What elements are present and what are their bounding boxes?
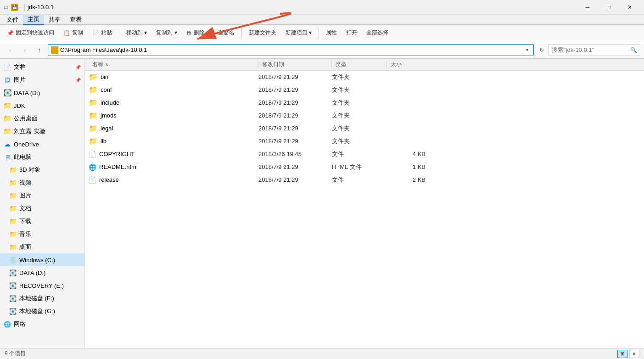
- list-view-button[interactable]: ≡: [629, 350, 639, 358]
- sidebar-item-datad[interactable]: 💽 DATA (D:): [0, 86, 84, 99]
- sidebar-item-liulijia[interactable]: 📁 刘立嘉 实验: [0, 125, 84, 138]
- ribbon-copyto-btn[interactable]: 复制到 ▾: [152, 27, 181, 39]
- close-button[interactable]: ✕: [619, 0, 640, 15]
- address-bar[interactable]: C:\Program Files\Java\jdk-10.0.1 ▾: [48, 44, 534, 56]
- refresh-button[interactable]: ↻: [536, 44, 547, 56]
- ribbon-open-btn[interactable]: 打开: [342, 27, 361, 39]
- sidebar-label: 公用桌面: [14, 114, 38, 123]
- search-bar[interactable]: 🔍: [549, 44, 640, 56]
- menu-view[interactable]: 查看: [65, 15, 86, 25]
- file-name-cell: 📄 release: [89, 176, 258, 184]
- search-button[interactable]: 🔍: [630, 47, 637, 53]
- table-row[interactable]: 🌐 README.html 2018/7/9 21:29 HTML 文件 1 K…: [85, 161, 644, 174]
- sidebar-item-documents2[interactable]: 📁 文档: [0, 202, 84, 215]
- col-size-header[interactable]: 大小: [387, 61, 433, 68]
- file-name-cell: 📁 lib: [89, 137, 258, 146]
- sidebar-item-video[interactable]: 📁 视频: [0, 176, 84, 189]
- sidebar-label: 图片: [19, 191, 31, 200]
- sidebar-item-windowsc[interactable]: 💿 Windows (C:): [0, 253, 84, 266]
- onedrive-icon: ☁: [4, 140, 11, 148]
- ribbon-rename-btn[interactable]: 重命名: [214, 27, 239, 39]
- file-name: lib: [101, 138, 106, 145]
- address-text: C:\Program Files\Java\jdk-10.0.1: [60, 46, 521, 53]
- sidebar-label: 视频: [19, 179, 31, 187]
- sidebar-item-3dobjects[interactable]: 📁 3D 对象: [0, 163, 84, 176]
- file-type-cell: 文件夹: [332, 112, 387, 120]
- drive-icon: 💽: [9, 269, 17, 276]
- col-date-header[interactable]: 修改日期: [258, 61, 332, 68]
- sidebar-item-music[interactable]: 📁 音乐: [0, 228, 84, 241]
- menu-home[interactable]: 主页: [23, 14, 44, 25]
- ribbon-properties-btn[interactable]: 属性: [322, 27, 341, 39]
- sidebar-item-datad2[interactable]: 💽 DATA (D:): [0, 266, 84, 279]
- sidebar-item-recoverye[interactable]: 💽 RECOVERY (E:): [0, 279, 84, 292]
- ribbon-delete-btn[interactable]: 🗑 删除 ▾: [182, 27, 213, 39]
- ribbon-newfolder-btn[interactable]: 新建文件夹: [245, 27, 280, 39]
- column-headers: 名称 ∧ 修改日期 类型 大小: [85, 59, 644, 71]
- title-bar-controls: ─ □ ✕: [577, 0, 640, 15]
- maximize-button[interactable]: □: [598, 0, 619, 15]
- sidebar-item-jdk[interactable]: 📁 JDK: [0, 99, 84, 112]
- ribbon-copy-btn[interactable]: 📋 复制: [59, 27, 87, 39]
- col-type-header[interactable]: 类型: [332, 61, 387, 68]
- file-name: release: [99, 176, 119, 183]
- table-row[interactable]: 📁 include 2018/7/9 21:29 文件夹: [85, 96, 644, 109]
- table-row[interactable]: 📄 release 2018/7/9 21:29 文件 2 KB: [85, 174, 644, 186]
- table-row[interactable]: 📁 lib 2018/7/9 21:29 文件夹: [85, 135, 644, 148]
- table-row[interactable]: 📄 COPYRIGHT 2018/3/26 19:45 文件 4 KB: [85, 148, 644, 161]
- drive-icon: 💽: [9, 282, 17, 289]
- sidebar-item-network[interactable]: 🌐 网络: [0, 318, 84, 331]
- sidebar-label: 本地磁盘 (G:): [19, 307, 55, 315]
- table-row[interactable]: 📁 bin 2018/7/9 21:29 文件夹: [85, 71, 644, 84]
- back-button[interactable]: ‹: [4, 44, 17, 56]
- sidebar-item-localg[interactable]: 💽 本地磁盘 (G:): [0, 305, 84, 318]
- sidebar-label: DATA (D:): [14, 90, 40, 96]
- search-input[interactable]: [552, 46, 630, 53]
- col-name-header[interactable]: 名称 ∧: [89, 61, 258, 68]
- sidebar-item-downloads[interactable]: 📁 下载: [0, 215, 84, 228]
- file-size-cell: 4 KB: [387, 151, 433, 157]
- address-dropdown-button[interactable]: ▾: [523, 47, 531, 52]
- sidebar-item-pictures2[interactable]: 📁 图片: [0, 189, 84, 202]
- sidebar: 📄 文档 📌 🖼 图片 📌 💽 DATA (D:) 📁 JDK: [0, 59, 85, 348]
- copy-icon: 📋: [63, 30, 70, 36]
- drive-icon: 💽: [9, 308, 17, 315]
- sidebar-label: 此电脑: [14, 153, 32, 161]
- table-row[interactable]: 📁 conf 2018/7/9 21:29 文件夹: [85, 84, 644, 96]
- sidebar-item-onedrive[interactable]: ☁ OneDrive: [0, 138, 84, 151]
- file-name: legal: [101, 125, 113, 132]
- sidebar-label: DATA (D:): [19, 269, 45, 276]
- ribbon-move-btn[interactable]: 移动到 ▾: [122, 27, 151, 39]
- ribbon-select-btn[interactable]: 全部选择: [362, 27, 392, 39]
- menu-file[interactable]: 文件: [2, 15, 23, 25]
- table-row[interactable]: 📁 legal 2018/7/9 21:29 文件夹: [85, 122, 644, 135]
- minimize-button[interactable]: ─: [577, 0, 598, 15]
- folder-icon: 📁: [4, 102, 11, 109]
- sidebar-item-documents[interactable]: 📄 文档 📌: [0, 61, 84, 73]
- drive-icon: 💽: [4, 89, 11, 96]
- table-row[interactable]: 📁 jmods 2018/7/9 21:29 文件夹: [85, 109, 644, 122]
- file-icon: 📁: [89, 137, 98, 146]
- ribbon: 📌 固定到快速访问 📋 复制 📄 粘贴 移动到 ▾ 复制到 ▾ 🗑 删除 ▾ 重…: [0, 25, 644, 41]
- delete-icon: 🗑: [186, 30, 192, 36]
- title-bar-title: jdk-10.0.1: [28, 4, 577, 11]
- sidebar-item-localf[interactable]: 💽 本地磁盘 (F:): [0, 292, 84, 305]
- network-icon: 🌐: [4, 320, 11, 328]
- status-right: ⊞ ≡: [617, 350, 639, 358]
- sidebar-item-thispc[interactable]: 🖥 此电脑: [0, 151, 84, 163]
- grid-view-button[interactable]: ⊞: [617, 350, 627, 358]
- sidebar-item-desktop[interactable]: 📁 桌面: [0, 241, 84, 253]
- sidebar-item-pictures[interactable]: 🖼 图片 📌: [0, 73, 84, 86]
- file-name-cell: 📄 COPYRIGHT: [89, 151, 258, 158]
- ribbon-newitem-btn[interactable]: 新建项目 ▾: [281, 27, 316, 39]
- ribbon-pin-btn[interactable]: 📌 固定到快速访问: [3, 27, 58, 39]
- sidebar-label: 图片: [14, 76, 26, 84]
- up-button[interactable]: ↑: [33, 44, 46, 56]
- forward-button[interactable]: ›: [18, 44, 31, 56]
- sidebar-item-publicdesktop[interactable]: 📁 公用桌面: [0, 112, 84, 125]
- file-type-cell: 文件夹: [332, 99, 387, 107]
- pc-icon: 🖥: [4, 153, 11, 161]
- paste-icon: 📄: [92, 30, 99, 36]
- ribbon-paste-btn[interactable]: 📄 粘贴: [88, 27, 116, 39]
- menu-share[interactable]: 共享: [44, 15, 65, 25]
